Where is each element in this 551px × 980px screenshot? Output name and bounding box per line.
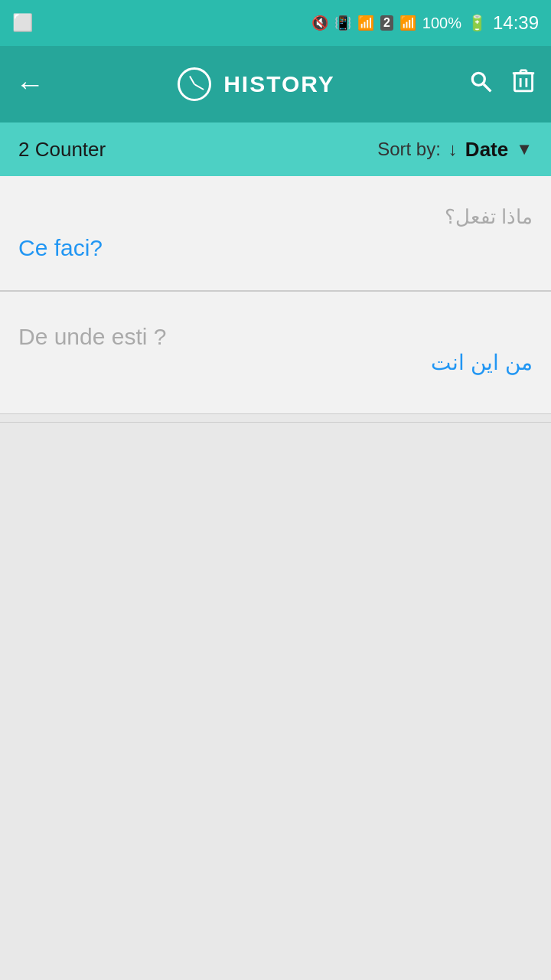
app-bar: ← HISTORY (0, 46, 551, 122)
counter-label: 2 Counter (18, 138, 106, 162)
battery-percent: 100% (422, 15, 461, 32)
sort-dropdown-icon[interactable]: ▼ (516, 139, 533, 159)
translation-card-1[interactable]: ماذا تفعل؟ Ce faci? (0, 176, 551, 291)
sort-area[interactable]: Sort by: ↓ Date ▼ (377, 138, 533, 162)
app-title: HISTORY (223, 71, 335, 97)
status-bar-left: ⬜ (12, 13, 33, 33)
search-button[interactable] (468, 69, 493, 100)
translation-source-1: ماذا تفعل؟ (445, 205, 533, 228)
content-area: ماذا تفعل؟ Ce faci? De unde esti ? من اي… (0, 176, 551, 980)
translation-target-2-container: De unde esti ? (18, 324, 533, 350)
status-bar-right: 🔇 📳 📶 2 📶 100% 🔋 14:39 (311, 12, 539, 34)
clock: 14:39 (493, 12, 539, 34)
wifi-icon: 📶 (357, 15, 374, 31)
svg-rect-2 (514, 74, 532, 91)
translation-target-1: Ce faci? (18, 235, 103, 260)
signal-icon: 📶 (399, 15, 416, 31)
svg-point-0 (472, 73, 484, 85)
sort-direction-icon: ↓ (448, 139, 458, 160)
sort-by-label: Sort by: (377, 139, 441, 160)
vibrate-icon: 📳 (334, 15, 351, 31)
translation-item-1: ماذا تفعل؟ Ce faci? (18, 191, 533, 275)
status-bar: ⬜ 🔇 📳 📶 2 📶 100% 🔋 14:39 (0, 0, 551, 46)
translation-item-2: De unde esti ? من اين انت (18, 307, 533, 398)
delete-button[interactable] (511, 67, 536, 101)
back-arrow-icon: ← (15, 68, 44, 101)
back-button[interactable]: ← (15, 68, 44, 101)
app-bar-actions (468, 67, 536, 101)
clock-minute-hand (194, 83, 204, 90)
app-bar-title-area: HISTORY (60, 67, 453, 101)
svg-line-1 (484, 84, 491, 91)
translation-source-1-container: ماذا تفعل؟ (18, 205, 533, 229)
translation-source-2-container: من اين انت (18, 350, 533, 375)
translation-source-2: من اين انت (431, 351, 533, 374)
sort-value: Date (465, 138, 508, 162)
translation-card-2[interactable]: De unde esti ? من اين انت (0, 292, 551, 414)
sim2-icon: 2 (380, 15, 393, 31)
translation-target-2: De unde esti ? (18, 324, 166, 349)
battery-icon: 🔋 (468, 14, 487, 32)
history-clock-icon (178, 67, 211, 101)
divider-2 (0, 422, 551, 423)
filter-bar: 2 Counter Sort by: ↓ Date ▼ (0, 122, 551, 176)
mute-icon: 🔇 (311, 15, 328, 31)
screenshot-icon: ⬜ (12, 13, 33, 33)
